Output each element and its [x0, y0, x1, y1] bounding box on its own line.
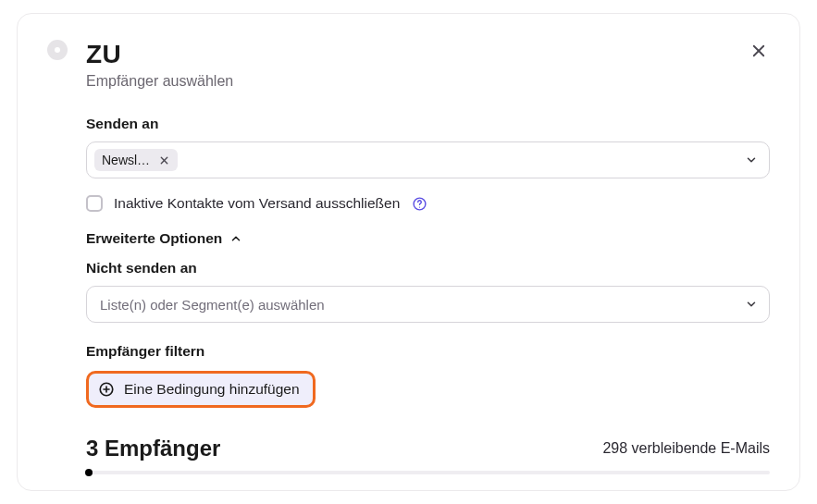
recipients-panel: ZU Empfänger auswählen Senden an Newsl… … — [17, 13, 800, 491]
add-condition-button[interactable]: Eine Bedingung hinzufügen — [86, 371, 316, 408]
panel-title: ZU — [86, 40, 770, 69]
exclude-inactive-checkbox[interactable] — [86, 195, 103, 212]
main-column: ZU Empfänger auswählen Senden an Newsl… … — [86, 40, 770, 472]
progress-knob-icon — [85, 469, 93, 476]
exclude-inactive-row: Inaktive Kontakte vom Versand ausschließ… — [86, 195, 770, 212]
chevron-down-icon — [745, 154, 758, 166]
recipient-chip: Newsl… — [94, 149, 178, 171]
exclude-inactive-label: Inaktive Kontakte vom Versand ausschließ… — [114, 195, 400, 212]
quota-progress — [86, 471, 770, 474]
chip-remove-icon[interactable] — [157, 154, 170, 166]
svg-point-5 — [419, 206, 420, 207]
step-column — [47, 40, 68, 472]
dont-send-to-select[interactable]: Liste(n) oder Segment(e) auswählen — [86, 286, 770, 323]
plus-circle-icon — [98, 381, 115, 398]
help-icon[interactable] — [411, 195, 427, 212]
advanced-options-toggle[interactable]: Erweiterte Optionen — [86, 230, 770, 247]
add-condition-label: Eine Bedingung hinzufügen — [124, 381, 300, 398]
dont-send-to-label: Nicht senden an — [86, 260, 770, 277]
dont-send-to-placeholder: Liste(n) oder Segment(e) auswählen — [94, 297, 325, 313]
summary-row: 3 Empfänger 298 verbleibende E-Mails — [86, 436, 770, 461]
chevron-down-icon — [745, 298, 758, 311]
recipient-count: 3 Empfänger — [86, 436, 220, 461]
close-button[interactable] — [746, 38, 772, 64]
remaining-emails: 298 verbleibende E-Mails — [602, 440, 770, 457]
close-icon — [750, 43, 767, 59]
send-to-select[interactable]: Newsl… — [86, 141, 770, 178]
send-to-label: Senden an — [86, 116, 770, 132]
panel-subtitle: Empfänger auswählen — [86, 73, 770, 90]
recipient-chip-label: Newsl… — [102, 153, 150, 167]
filter-label: Empfänger filtern — [86, 343, 770, 360]
send-to-section: Senden an Newsl… Inaktive Kontakte vom V… — [86, 116, 770, 474]
advanced-options-label: Erweiterte Optionen — [86, 230, 222, 247]
chevron-up-icon — [229, 232, 242, 245]
step-indicator-icon — [47, 40, 68, 60]
